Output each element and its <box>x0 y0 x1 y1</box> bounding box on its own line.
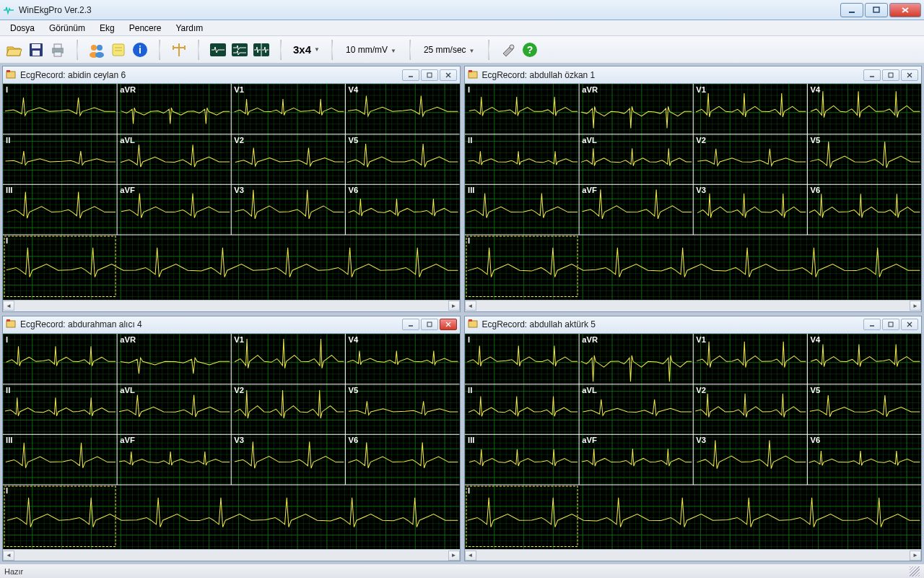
svg-text:II: II <box>6 385 10 394</box>
scroll-right-button[interactable]: ► <box>448 301 460 311</box>
window-minimize-button[interactable] <box>840 3 863 17</box>
scroll-left-button[interactable]: ◄ <box>3 301 14 311</box>
child-titlebar[interactable]: EcgRecord: abidin ceylan 6 <box>3 66 460 84</box>
child-titlebar[interactable]: EcgRecord: abdullah aktürk 5 <box>465 316 922 334</box>
scroll-left-button[interactable]: ◄ <box>465 301 476 311</box>
svg-text:aVL: aVL <box>120 136 135 144</box>
child-close-button[interactable] <box>901 319 918 330</box>
scroll-right-button[interactable]: ► <box>910 301 921 311</box>
help-button[interactable]: ? <box>520 40 540 60</box>
svg-text:i: i <box>139 44 141 56</box>
svg-text:III: III <box>6 186 12 194</box>
svg-text:II: II <box>6 136 10 144</box>
ecg-child-window: EcgRecord: abdurahman alıcı 4 IIIIIIaVRa… <box>2 316 461 562</box>
svg-rect-365 <box>6 319 10 322</box>
child-close-button[interactable] <box>901 69 918 81</box>
svg-text:V3: V3 <box>696 436 706 444</box>
svg-text:?: ? <box>526 44 533 56</box>
record-icon <box>468 69 479 81</box>
svg-point-11 <box>97 45 103 51</box>
child-close-button[interactable] <box>440 319 457 330</box>
gain-selector[interactable]: 10 mm/mV▼ <box>341 45 401 55</box>
svg-text:aVR: aVR <box>582 85 598 94</box>
svg-text:V1: V1 <box>234 335 244 344</box>
svg-text:I: I <box>468 85 470 94</box>
ecg-child-window: EcgRecord: abdullah özkan 1 IIIIIIaVRaVL… <box>464 66 923 312</box>
scroll-track[interactable] <box>476 551 910 561</box>
svg-text:V3: V3 <box>234 186 244 194</box>
info-button[interactable]: i <box>130 40 150 60</box>
notes-button[interactable] <box>108 40 128 60</box>
svg-point-13 <box>95 52 104 58</box>
menu-dosya[interactable]: Dosya <box>4 22 40 35</box>
svg-rect-30 <box>6 72 15 78</box>
menubar: Dosya Görünüm Ekg Pencere Yardım <box>0 20 924 36</box>
menu-pencere[interactable]: Pencere <box>123 22 167 35</box>
patients-button[interactable] <box>87 40 107 60</box>
menu-gorunum[interactable]: Görünüm <box>43 22 91 35</box>
print-button[interactable] <box>48 40 68 60</box>
app-title: WinEkgPro Ver.2.3 <box>19 5 840 15</box>
save-button[interactable] <box>26 40 46 60</box>
horizontal-scrollbar[interactable]: ◄ ► <box>3 300 460 311</box>
scroll-left-button[interactable]: ◄ <box>3 551 14 561</box>
caliper-button[interactable] <box>169 40 189 60</box>
svg-text:I: I <box>6 236 8 245</box>
scroll-track[interactable] <box>476 301 910 311</box>
svg-text:V3: V3 <box>234 436 244 444</box>
window-close-button[interactable] <box>889 3 921 17</box>
child-maximize-button[interactable] <box>882 319 899 330</box>
svg-text:I: I <box>468 236 470 245</box>
svg-rect-24 <box>232 43 248 56</box>
scroll-right-button[interactable]: ► <box>910 551 921 561</box>
speed-selector[interactable]: 25 mm/sec▼ <box>419 45 479 55</box>
ecg-canvas[interactable]: IIIIIIaVRaVLaVFV1V2V3V4V5V6I <box>465 334 922 550</box>
child-minimize-button[interactable] <box>402 319 419 330</box>
view-mode-1-button[interactable] <box>208 40 228 60</box>
svg-text:V4: V4 <box>348 85 359 94</box>
scroll-left-button[interactable]: ◄ <box>465 551 476 561</box>
child-titlebar[interactable]: EcgRecord: abdullah özkan 1 <box>465 66 922 84</box>
ecg-canvas[interactable]: IIIIIIaVRaVLaVFV1V2V3V4V5V6I <box>465 84 922 300</box>
child-minimize-button[interactable] <box>863 319 881 330</box>
ecg-canvas[interactable]: IIIIIIaVRaVLaVFV1V2V3V4V5V6I <box>3 334 460 550</box>
open-button[interactable] <box>4 40 25 60</box>
child-close-button[interactable] <box>440 69 457 81</box>
record-icon <box>6 69 17 81</box>
svg-text:aVF: aVF <box>582 186 597 194</box>
svg-text:aVR: aVR <box>120 335 136 344</box>
view-mode-2-button[interactable] <box>230 40 250 60</box>
child-maximize-button[interactable] <box>882 69 899 81</box>
scroll-right-button[interactable]: ► <box>448 551 460 561</box>
layout-selector[interactable]: 3x4▼ <box>290 43 323 56</box>
window-maximize-button[interactable] <box>865 3 888 17</box>
menu-ekg[interactable]: Ekg <box>94 22 121 35</box>
record-icon <box>6 319 17 330</box>
svg-text:V3: V3 <box>696 186 706 194</box>
svg-text:V6: V6 <box>348 436 358 444</box>
horizontal-scrollbar[interactable]: ◄ ► <box>465 549 922 561</box>
settings-button[interactable] <box>498 40 518 60</box>
child-maximize-button[interactable] <box>421 319 438 330</box>
svg-text:I: I <box>6 486 8 495</box>
ecg-canvas[interactable]: IIIIIIaVRaVLaVFV1V2V3V4V5V6I <box>3 84 460 300</box>
svg-rect-367 <box>427 322 432 327</box>
scroll-track[interactable] <box>14 301 448 311</box>
svg-rect-9 <box>54 52 61 56</box>
child-maximize-button[interactable] <box>421 69 438 81</box>
svg-rect-364 <box>6 321 15 327</box>
svg-text:V2: V2 <box>696 136 706 144</box>
ecg-child-window: EcgRecord: abidin ceylan 6 IIIIIIaVRaVLa… <box>2 66 461 312</box>
svg-text:aVR: aVR <box>582 335 598 344</box>
horizontal-scrollbar[interactable]: ◄ ► <box>465 300 922 311</box>
menu-yardim[interactable]: Yardım <box>170 22 209 35</box>
svg-text:V5: V5 <box>348 136 358 144</box>
child-minimize-button[interactable] <box>402 69 419 81</box>
view-mode-3-button[interactable] <box>251 40 271 60</box>
child-titlebar[interactable]: EcgRecord: abdurahman alıcı 4 <box>3 316 460 334</box>
chevron-down-icon: ▼ <box>391 48 396 54</box>
svg-text:V1: V1 <box>696 85 706 94</box>
child-minimize-button[interactable] <box>863 69 881 81</box>
scroll-track[interactable] <box>14 551 448 561</box>
horizontal-scrollbar[interactable]: ◄ ► <box>3 549 460 561</box>
